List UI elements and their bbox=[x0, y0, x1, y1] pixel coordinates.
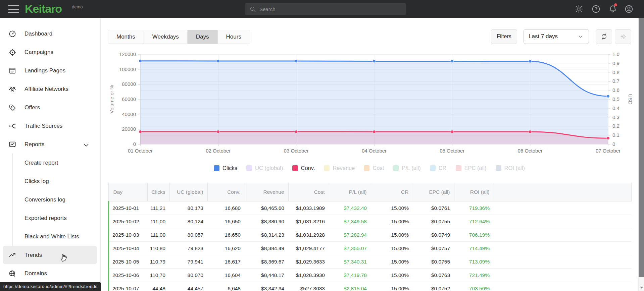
sidebar-item-dashboard[interactable]: Dashboard bbox=[0, 24, 100, 43]
conv-point[interactable] bbox=[217, 130, 220, 133]
sidebar-item-exported-reports[interactable]: Exported reports bbox=[0, 209, 100, 227]
settings-button[interactable] bbox=[574, 4, 584, 14]
tab-hours[interactable]: Hours bbox=[217, 30, 250, 44]
legend-swatch bbox=[246, 165, 252, 171]
legend-item-conv[interactable]: Conv. bbox=[292, 165, 315, 171]
conv-point[interactable] bbox=[451, 130, 454, 133]
column-header-roi-all: ROI (all) bbox=[454, 183, 494, 201]
cell-day: 2025-10-04 bbox=[108, 242, 147, 255]
legend-item-cost[interactable]: Cost bbox=[364, 165, 384, 171]
chart-axis-label: 0.7 bbox=[612, 78, 620, 84]
chart-axis-label: 07 October bbox=[596, 148, 621, 154]
notification-badge bbox=[614, 3, 617, 6]
cell-epc-all: $0.0755 bbox=[413, 215, 454, 228]
legend-item-clicks[interactable]: Clicks bbox=[214, 165, 237, 171]
affiliate-networks-icon bbox=[8, 85, 16, 93]
help-button[interactable] bbox=[591, 4, 601, 14]
cell-clicks: 110,79 bbox=[147, 255, 169, 269]
legend-item-revenue[interactable]: Revenue bbox=[324, 165, 355, 171]
chart-axis-label: 0.1 bbox=[612, 132, 620, 138]
tab-days[interactable]: Days bbox=[187, 30, 217, 44]
cell-cr: 15.00% bbox=[371, 201, 413, 215]
sidebar-item-trends[interactable]: Trends bbox=[3, 246, 97, 264]
cell-p-l-all: $7,340.31 bbox=[329, 255, 371, 269]
refresh-icon bbox=[600, 33, 608, 40]
date-range-select[interactable]: Last 7 days bbox=[524, 29, 589, 44]
legend-item-cr[interactable]: CR bbox=[430, 165, 447, 171]
cell-conv: 6,648 bbox=[207, 282, 245, 291]
cell-day: 2025-10-01 bbox=[108, 201, 147, 215]
offers-icon: $ bbox=[8, 104, 16, 112]
cell-day: 2025-10-06 bbox=[108, 269, 147, 282]
clicks-point[interactable] bbox=[295, 60, 298, 63]
tab-months[interactable]: Months bbox=[108, 30, 144, 44]
clicks-point[interactable] bbox=[529, 60, 532, 63]
chart-settings-button[interactable] bbox=[615, 29, 631, 44]
clicks-point[interactable] bbox=[217, 60, 220, 63]
sidebar-item-label: Offers bbox=[24, 104, 40, 111]
clicks-point[interactable] bbox=[451, 60, 454, 63]
cell-clicks: 110,80 bbox=[147, 242, 169, 255]
legend-label: Revenue bbox=[333, 165, 355, 171]
help-icon bbox=[591, 4, 601, 14]
conv-point[interactable] bbox=[139, 130, 142, 133]
global-search[interactable] bbox=[245, 3, 406, 15]
sidebar-item-domains[interactable]: Domains bbox=[0, 264, 100, 283]
sidebar-item-reports[interactable]: Reports bbox=[0, 135, 100, 154]
keitaro-logo[interactable]: Keitaro bbox=[25, 2, 62, 15]
hamburger-menu-icon[interactable] bbox=[8, 5, 19, 13]
cell-clicks: 44,48 bbox=[147, 282, 169, 291]
scrollbar-thumb[interactable] bbox=[639, 18, 644, 277]
sidebar-item-conversions-log[interactable]: Conversions log bbox=[0, 190, 100, 209]
clicks-point[interactable] bbox=[373, 60, 376, 63]
legend-label: UC (global) bbox=[255, 165, 283, 171]
sidebar-item-black-and-white-lists[interactable]: Black and White Lists bbox=[0, 227, 100, 246]
account-button[interactable] bbox=[624, 4, 634, 14]
trends-chart: 02000040000600008000010000012000000.10.2… bbox=[101, 47, 634, 160]
sidebar-item-traffic-sources[interactable]: Traffic Sources bbox=[0, 117, 100, 135]
table-row: 2025-10-03111,0080,05716,650$8,314.23$1,… bbox=[108, 228, 631, 242]
cell-roi-all: 712.64% bbox=[454, 215, 494, 228]
cell-cost: $1,031.2928 bbox=[288, 228, 329, 242]
legend-item-p-l-all[interactable]: P/L (all) bbox=[393, 165, 420, 171]
sidebar-item-label: Exported reports bbox=[24, 215, 67, 222]
sidebar-item-affiliate-networks[interactable]: Affiliate Networks bbox=[0, 80, 100, 98]
search-input[interactable] bbox=[259, 6, 402, 12]
chart-axis-label: 0.4 bbox=[612, 105, 620, 111]
legend-item-roi-all[interactable]: ROI (all) bbox=[496, 165, 525, 171]
cell-uc-global: 80,057 bbox=[169, 228, 207, 242]
table-row: 2025-10-06110,7080,07016,604$8,448.17$1,… bbox=[108, 269, 631, 282]
y2-axis-title: USD bbox=[628, 94, 633, 105]
refresh-button[interactable] bbox=[596, 29, 612, 44]
legend-item-uc-global[interactable]: UC (global) bbox=[246, 165, 283, 171]
tab-weekdays[interactable]: Weekdays bbox=[144, 30, 187, 44]
account-icon bbox=[624, 4, 634, 14]
cell-day: 2025-10-02 bbox=[108, 215, 147, 228]
table-row: 2025-10-02111,0080,12416,650$8,380.90$1,… bbox=[108, 215, 631, 228]
cell-clicks: 111,00 bbox=[147, 228, 169, 242]
scrollbar-down-button[interactable] bbox=[639, 284, 644, 291]
conv-point[interactable] bbox=[607, 137, 610, 140]
clicks-point[interactable] bbox=[607, 95, 610, 98]
cell-cost: $1,029.3633 bbox=[288, 255, 329, 269]
chevron-down-icon[interactable] bbox=[82, 141, 90, 149]
sidebar-item-label: Clicks log bbox=[24, 178, 49, 185]
filters-button[interactable]: Filters bbox=[491, 29, 517, 44]
sidebar-item-create-report[interactable]: Create report bbox=[0, 154, 100, 172]
conv-point[interactable] bbox=[295, 130, 298, 133]
legend-item-epc-all[interactable]: EPC (all) bbox=[456, 165, 487, 171]
conv-point[interactable] bbox=[373, 130, 376, 133]
sidebar-item-clicks-log[interactable]: Clicks log bbox=[0, 172, 100, 190]
cell-p-l-all: $7,419.78 bbox=[329, 269, 371, 282]
sidebar-item-offers[interactable]: $Offers bbox=[0, 98, 100, 117]
chart-legend: ClicksUC (global)Conv.RevenueCostP/L (al… bbox=[108, 165, 631, 171]
cell-revenue: $8,448.17 bbox=[245, 269, 288, 282]
legend-swatch bbox=[214, 165, 219, 171]
cell-uc-global: 44,457 bbox=[169, 282, 207, 291]
clicks-point[interactable] bbox=[139, 59, 142, 62]
conv-point[interactable] bbox=[529, 130, 532, 133]
sidebar-item-campaigns[interactable]: Campaigns bbox=[0, 43, 100, 61]
sidebar-item-landings-pages[interactable]: Landings Pages bbox=[0, 61, 100, 80]
cell-uc-global: 80,070 bbox=[169, 269, 207, 282]
chart-axis-label: 01 October bbox=[128, 148, 153, 154]
